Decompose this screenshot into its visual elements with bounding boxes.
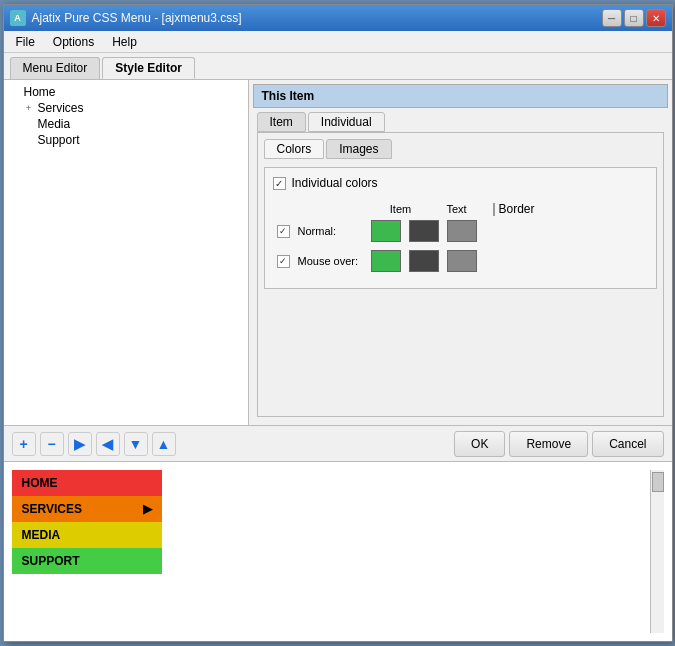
expander-services: +: [22, 103, 36, 113]
remove-small-button[interactable]: −: [40, 432, 64, 456]
border-checkbox[interactable]: [493, 203, 495, 216]
menu-file[interactable]: File: [8, 33, 43, 51]
remove-button[interactable]: Remove: [509, 431, 588, 457]
preview-empty: [162, 470, 650, 633]
scrollbar[interactable]: [650, 470, 664, 633]
main-tabs: Menu Editor Style Editor: [4, 53, 672, 80]
preview-home[interactable]: HOME: [12, 470, 162, 496]
tree-label-home: Home: [22, 85, 244, 99]
preview-menu: HOME SERVICES ▶ MEDIA SUPPORT: [12, 470, 162, 633]
subtab-images[interactable]: Images: [326, 139, 391, 159]
preview-support[interactable]: SUPPORT: [12, 548, 162, 574]
down-button[interactable]: ▼: [124, 432, 148, 456]
mouseover-border-color[interactable]: [447, 250, 477, 272]
preview-home-label: HOME: [22, 476, 58, 490]
sub-tabs: Colors Images: [264, 139, 657, 159]
forward-button[interactable]: ▶: [68, 432, 92, 456]
color-row-mouseover: Mouse over:: [277, 250, 648, 272]
tree-item-support[interactable]: Support: [8, 132, 244, 148]
mouseover-label: Mouse over:: [298, 255, 363, 267]
tree-item-home[interactable]: Home: [8, 84, 244, 100]
normal-border-color[interactable]: [447, 220, 477, 242]
tree-panel: Home + Services Media Support: [4, 80, 249, 425]
tree-label-support: Support: [36, 133, 244, 147]
menu-options[interactable]: Options: [45, 33, 102, 51]
mouseover-checkbox[interactable]: [277, 255, 290, 268]
title-bar-buttons: ─ □ ✕: [602, 9, 666, 27]
individual-colors-row: Individual colors: [273, 176, 648, 190]
this-item-header: This Item: [253, 84, 668, 108]
tab-menu-editor[interactable]: Menu Editor: [10, 57, 101, 79]
mouseover-item-color[interactable]: [371, 250, 401, 272]
ok-button[interactable]: OK: [454, 431, 505, 457]
bottom-toolbar: + − ▶ ◀ ▼ ▲ OK Remove Cancel: [4, 425, 672, 461]
tree-item-services[interactable]: + Services: [8, 100, 244, 116]
individual-colors-label: Individual colors: [292, 176, 378, 190]
col-header-text: Text: [437, 203, 477, 215]
individual-colors-checkbox[interactable]: [273, 177, 286, 190]
back-button[interactable]: ◀: [96, 432, 120, 456]
window-title: Ajatix Pure CSS Menu - [ajxmenu3.css]: [32, 11, 242, 25]
tab-individual[interactable]: Individual: [308, 112, 385, 132]
tree-label-media: Media: [36, 117, 244, 131]
close-button[interactable]: ✕: [646, 9, 666, 27]
tab-item[interactable]: Item: [257, 112, 306, 132]
col-header-border: Border: [499, 202, 535, 216]
cancel-button[interactable]: Cancel: [592, 431, 663, 457]
normal-text-color[interactable]: [409, 220, 439, 242]
tree-item-media[interactable]: Media: [8, 116, 244, 132]
subtab-colors[interactable]: Colors: [264, 139, 325, 159]
color-table: Item Text Border Normal:: [277, 202, 648, 272]
colors-content: Individual colors Item Text Border: [264, 167, 657, 289]
preview-services-arrow: ▶: [143, 502, 152, 516]
right-panel: This Item Item Individual Colors Images: [249, 80, 672, 425]
preview-area: HOME SERVICES ▶ MEDIA SUPPORT: [4, 461, 672, 641]
normal-label: Normal:: [298, 225, 363, 237]
preview-support-label: SUPPORT: [22, 554, 80, 568]
normal-checkbox[interactable]: [277, 225, 290, 238]
title-bar-left: A Ajatix Pure CSS Menu - [ajxmenu3.css]: [10, 10, 242, 26]
up-button[interactable]: ▲: [152, 432, 176, 456]
preview-media-label: MEDIA: [22, 528, 61, 542]
scroll-thumb[interactable]: [652, 472, 664, 492]
col-header-item: Item: [381, 203, 421, 215]
add-button[interactable]: +: [12, 432, 36, 456]
tab-style-editor[interactable]: Style Editor: [102, 57, 195, 79]
minimize-button[interactable]: ─: [602, 9, 622, 27]
tree-label-services: Services: [36, 101, 244, 115]
item-content: Colors Images Individual colors Item: [257, 132, 664, 417]
content-area: Home + Services Media Support This Item …: [4, 80, 672, 425]
main-window: A Ajatix Pure CSS Menu - [ajxmenu3.css] …: [3, 4, 673, 642]
menu-bar: File Options Help: [4, 31, 672, 53]
preview-media[interactable]: MEDIA: [12, 522, 162, 548]
item-tabs: Item Individual: [249, 112, 672, 132]
title-bar: A Ajatix Pure CSS Menu - [ajxmenu3.css] …: [4, 5, 672, 31]
preview-services[interactable]: SERVICES ▶: [12, 496, 162, 522]
maximize-button[interactable]: □: [624, 9, 644, 27]
col-header-border-row: Border: [493, 202, 533, 216]
color-row-normal: Normal:: [277, 220, 648, 242]
preview-services-label: SERVICES: [22, 502, 82, 516]
normal-item-color[interactable]: [371, 220, 401, 242]
app-icon: A: [10, 10, 26, 26]
menu-help[interactable]: Help: [104, 33, 145, 51]
color-header-row: Item Text Border: [277, 202, 648, 216]
mouseover-text-color[interactable]: [409, 250, 439, 272]
